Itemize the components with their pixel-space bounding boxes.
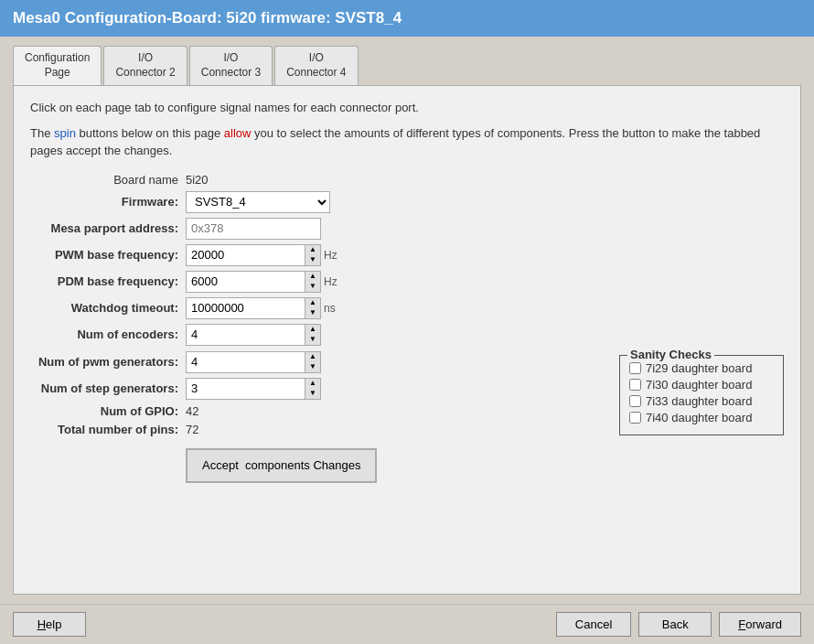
sanity-checkbox-7i29[interactable] — [629, 362, 641, 374]
accept-components-button[interactable]: Accept components Changes — [186, 448, 377, 483]
gpio-value: 42 — [186, 404, 198, 418]
cancel-button[interactable]: Cancel — [556, 612, 631, 637]
sanity-checkbox-7i30[interactable] — [629, 379, 641, 391]
gpio-label: Num of GPIO: — [30, 404, 186, 418]
info-line1: Click on each page tab to configure sign… — [30, 99, 784, 117]
left-column: Num of pwm generators: 4 ▲ ▼ Num of step… — [30, 351, 601, 488]
sanity-item-7i40: 7i40 daughter board — [629, 411, 774, 424]
parport-label: Mesa parport address: — [30, 221, 186, 235]
step-gen-down-btn[interactable]: ▼ — [305, 389, 320, 399]
bottom-bar-left: Help — [13, 612, 86, 637]
form-row-gpio: Num of GPIO: 42 — [30, 404, 601, 418]
pwm-gen-label: Num of pwm generators: — [30, 355, 186, 369]
form-row-pwm: PWM base frequency: 20000 ▲ ▼ Hz — [30, 244, 784, 266]
sanity-item-7i29: 7i29 daughter board — [629, 361, 774, 375]
parport-input[interactable] — [186, 218, 321, 240]
form-row-pwm-gen: Num of pwm generators: 4 ▲ ▼ — [30, 351, 601, 373]
form-row-watchdog: Watchdog timeout: 10000000 ▲ ▼ ns — [30, 297, 784, 319]
sanity-label-7i30: 7i30 daughter board — [646, 378, 752, 392]
right-column: Sanity Checks 7i29 daughter board 7i30 d… — [619, 351, 784, 488]
total-pins-label: Total number of pins: — [30, 423, 186, 436]
tab-io-connector-4[interactable]: I/OConnector 4 — [274, 46, 358, 85]
form-row-parport: Mesa parport address: — [30, 218, 784, 240]
pdm-down-btn[interactable]: ▼ — [305, 282, 320, 292]
board-name-label: Board name — [30, 173, 186, 187]
step-gen-spinner-buttons: ▲ ▼ — [305, 378, 321, 400]
firmware-label: Firmware: — [30, 195, 186, 209]
encoders-down-btn[interactable]: ▼ — [305, 335, 320, 345]
pwm-gen-spinner-buttons: ▲ ▼ — [305, 351, 321, 373]
watchdog-up-btn[interactable]: ▲ — [305, 298, 320, 308]
sanity-label-7i29: 7i29 daughter board — [646, 361, 752, 375]
form-section: Board name 5i20 Firmware: SVST8_4 Mesa p… — [30, 173, 784, 488]
pdm-unit: Hz — [324, 275, 337, 288]
pwm-input[interactable]: 20000 — [186, 244, 305, 266]
sanity-item-7i30: 7i30 daughter board — [629, 378, 774, 392]
bottom-bar-right: Cancel Back Forward — [556, 612, 801, 637]
form-row-pdm: PDM base frequency: 6000 ▲ ▼ Hz — [30, 271, 784, 293]
encoders-label: Num of encoders: — [30, 327, 186, 341]
watchdog-spinner: 10000000 ▲ ▼ — [186, 297, 321, 319]
help-button[interactable]: Help — [13, 612, 86, 637]
pwm-gen-spinner: 4 ▲ ▼ — [186, 351, 321, 373]
board-name-value: 5i20 — [186, 173, 209, 187]
sanity-checkbox-7i40[interactable] — [629, 412, 641, 424]
watchdog-spinner-buttons: ▲ ▼ — [305, 297, 321, 319]
sanity-item-7i33: 7i33 daughter board — [629, 394, 774, 408]
sanity-label-7i40: 7i40 daughter board — [646, 411, 752, 424]
back-button[interactable]: Back — [638, 612, 712, 637]
pwm-unit: Hz — [324, 249, 337, 262]
form-row-total-pins: Total number of pins: 72 — [30, 423, 601, 436]
pwm-spinner: 20000 ▲ ▼ — [186, 244, 321, 266]
bottom-bar: Help Cancel Back Forward — [0, 604, 814, 644]
title-text: Mesa0 Configuration-Board: 5i20 firmware… — [13, 9, 402, 27]
step-gen-up-btn[interactable]: ▲ — [305, 379, 320, 389]
tab-configuration-page[interactable]: ConfigurationPage — [13, 46, 102, 85]
encoders-up-btn[interactable]: ▲ — [305, 325, 320, 335]
form-row-encoders: Num of encoders: 4 ▲ ▼ — [30, 324, 784, 346]
pdm-spinner-buttons: ▲ ▼ — [305, 271, 321, 293]
info-line2: The spin buttons below on this page allo… — [30, 124, 784, 160]
step-gen-input[interactable]: 3 — [186, 378, 305, 400]
pwm-down-btn[interactable]: ▼ — [305, 255, 320, 265]
pdm-up-btn[interactable]: ▲ — [305, 272, 320, 282]
sanity-checks-group: Sanity Checks 7i29 daughter board 7i30 d… — [619, 355, 784, 435]
watchdog-down-btn[interactable]: ▼ — [305, 308, 320, 318]
pwm-gen-up-btn[interactable]: ▲ — [305, 352, 320, 362]
pwm-spinner-buttons: ▲ ▼ — [305, 244, 321, 266]
sanity-legend: Sanity Checks — [627, 348, 714, 361]
bottom-section: Num of pwm generators: 4 ▲ ▼ Num of step… — [30, 351, 784, 488]
pwm-up-btn[interactable]: ▲ — [305, 245, 320, 255]
form-row-firmware: Firmware: SVST8_4 — [30, 191, 784, 213]
form-row-board-name: Board name 5i20 — [30, 173, 784, 187]
pwm-label: PWM base frequency: — [30, 248, 186, 262]
step-gen-label: Num of step generators: — [30, 381, 186, 395]
step-gen-spinner: 3 ▲ ▼ — [186, 378, 321, 400]
pdm-label: PDM base frequency: — [30, 274, 186, 288]
main-content: ConfigurationPage I/OI/O Connector 2Conn… — [0, 37, 814, 604]
sanity-label-7i33: 7i33 daughter board — [646, 394, 752, 408]
encoders-spinner: 4 ▲ ▼ — [186, 324, 321, 346]
watchdog-label: Watchdog timeout: — [30, 301, 186, 315]
tab-io-connector-2[interactable]: I/OI/O Connector 2Connector 2 — [103, 46, 187, 85]
watchdog-input[interactable]: 10000000 — [186, 297, 305, 319]
sanity-checkbox-7i33[interactable] — [629, 395, 641, 407]
pwm-gen-input[interactable]: 4 — [186, 351, 305, 373]
pdm-input[interactable]: 6000 — [186, 271, 305, 293]
pwm-gen-down-btn[interactable]: ▼ — [305, 362, 320, 372]
watchdog-unit: ns — [324, 302, 336, 315]
forward-button[interactable]: Forward — [719, 612, 801, 637]
encoders-spinner-buttons: ▲ ▼ — [305, 324, 321, 346]
tab-bar: ConfigurationPage I/OI/O Connector 2Conn… — [13, 46, 801, 85]
encoders-input[interactable]: 4 — [186, 324, 305, 346]
total-pins-value: 72 — [186, 423, 198, 436]
form-row-step-gen: Num of step generators: 3 ▲ ▼ — [30, 378, 601, 400]
form-row-accept: Accept components Changes — [30, 441, 601, 483]
title-bar: Mesa0 Configuration-Board: 5i20 firmware… — [0, 0, 814, 37]
tab-io-connector-3[interactable]: I/OConnector 3 — [189, 46, 273, 85]
firmware-select[interactable]: SVST8_4 — [186, 191, 330, 213]
config-panel: Click on each page tab to configure sign… — [13, 85, 801, 595]
pdm-spinner: 6000 ▲ ▼ — [186, 271, 321, 293]
